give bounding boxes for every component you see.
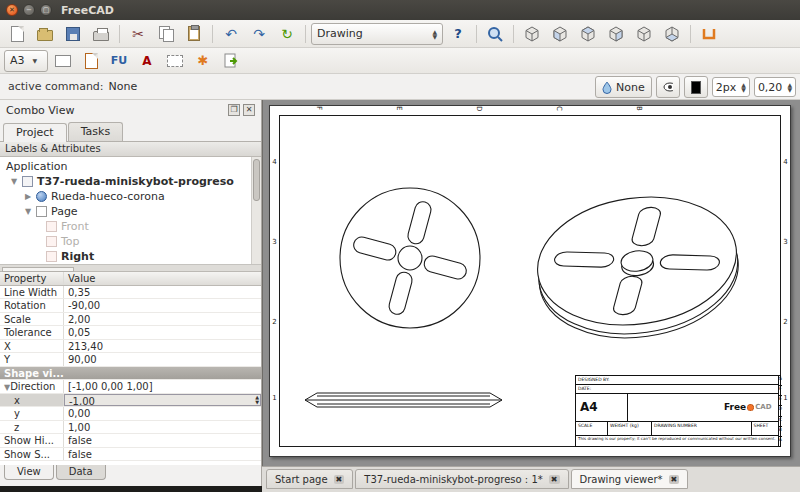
toolbar-separator [305,25,306,43]
line-color-button[interactable] [684,76,708,98]
paste-button[interactable] [181,22,207,46]
property-row[interactable]: Tolerance0,05 [0,326,261,340]
panel-splitter[interactable] [0,265,261,272]
property-row[interactable]: X213,40 [0,340,261,354]
property-row[interactable]: Line Width0,35 [0,286,261,300]
fill-none-button[interactable]: None [595,76,652,98]
new-document-button[interactable] [4,22,30,46]
close-panel-button[interactable]: ✕ [243,104,255,116]
insert-view-button[interactable]: FU [106,49,132,73]
window-minimize-button[interactable]: − [23,4,35,16]
tree-item-top[interactable]: Top [0,234,249,249]
tree-scrollbar[interactable] [251,157,261,264]
spinner-arrows-icon[interactable]: ▲▼ [255,395,259,406]
property-row[interactable]: y0,00 [0,407,261,421]
view-icon [46,236,57,247]
annotation-icon: A [142,54,151,68]
new-drawing-page-button[interactable] [50,49,76,73]
line-width-selector[interactable]: 2px ▲▼ [712,77,750,97]
property-row[interactable]: Rotation-90,00 [0,299,261,313]
point-size-spinbox[interactable]: 0,20 ▲▼ [754,77,796,97]
whats-this-button[interactable]: ? [445,22,471,46]
view-icon [46,221,57,232]
float-panel-button[interactable]: ❐ [228,104,240,116]
top-view-button[interactable] [575,22,601,46]
print-button[interactable] [88,22,114,46]
open-svg-button[interactable] [78,49,104,73]
eye-icon [663,82,673,92]
redo-button[interactable]: ↷ [246,22,272,46]
tree-item-rueda[interactable]: ▶ Rueda-hueco-corona [0,189,249,204]
window-maximize-button[interactable]: ▢ [40,4,52,16]
annotation-button[interactable]: A [134,49,160,73]
landscape-page-icon [55,55,71,67]
tab-project[interactable]: Project [3,123,67,142]
measure-button[interactable] [696,22,722,46]
undo-icon: ↶ [225,27,237,41]
tree-item-page[interactable]: ▼ Page [0,204,249,219]
close-tab-icon[interactable]: ✖ [669,475,680,484]
line-width-value: 2px [716,81,737,94]
page-format-label: A4 [576,394,628,421]
tree-item-document[interactable]: ▼ T37-rueda-miniskybot-progreso [0,174,249,189]
save-button[interactable] [60,22,86,46]
fit-all-button[interactable] [482,22,508,46]
combo-view-tabs: Project Tasks [0,120,261,142]
expand-arrow-icon[interactable]: ▼ [10,177,18,186]
close-tab-icon[interactable]: ✖ [549,475,560,484]
tab-drawing-viewer[interactable]: Drawing viewer* ✖ [571,469,689,489]
property-row[interactable]: z1,00 [0,421,261,435]
page-format-selector[interactable]: A3 ▼ [4,50,48,72]
bottom-view-cube-icon [664,26,680,42]
spinner-arrows-icon: ▲▼ [787,82,792,92]
front-view-cube-icon [552,26,568,42]
bottom-view-button[interactable] [659,22,685,46]
drawing-page: F E D C B 4 3 2 1 4 3 2 1 [269,105,791,457]
tab-view[interactable]: View [4,465,54,480]
top-view-cube-icon [580,26,596,42]
main-toolbar: ✂ ↶ ↷ ↻ Drawing ▲▼ ? [0,20,800,48]
print-icon [93,31,109,41]
expand-arrow-icon[interactable]: ▼ [24,207,32,216]
axonometric-view-button[interactable] [519,22,545,46]
property-row[interactable]: Scale2,00 [0,313,261,327]
tree-item-right[interactable]: Right [0,249,249,264]
property-row-x-editing[interactable]: x -1,00 ▲▼ [0,394,261,408]
copy-icon [159,26,173,41]
whats-this-icon: ? [454,26,462,41]
tab-tasks[interactable]: Tasks [68,122,123,141]
draft-view-button[interactable]: ✱ [190,49,216,73]
magnifier-icon [487,26,503,42]
visibility-button[interactable] [656,76,680,98]
tab-document[interactable]: T37-rueda-miniskybot-progreso : 1* ✖ [355,469,568,489]
cut-button[interactable]: ✂ [125,22,151,46]
property-row-direction[interactable]: ▼Direction [-1,00 0,00 1,00] [0,380,261,394]
front-view-button[interactable] [547,22,573,46]
property-row[interactable]: Show Hi...false [0,434,261,448]
property-group-shape-view[interactable]: Shape vi... [0,367,261,381]
collapse-arrow-icon[interactable]: ▶ [24,192,32,201]
tree-item-front[interactable]: Front [0,219,249,234]
window-close-button[interactable]: ✕ [6,4,18,16]
workbench-selector[interactable]: Drawing ▲▼ [311,23,443,45]
drawing-toolbar: A3 ▼ FU A ✱ [0,48,800,74]
symbol-icon: ✱ [198,53,209,68]
tree-item-application[interactable]: Application [0,159,249,174]
right-view-button[interactable] [603,22,629,46]
title-block-designed-by: DESIGNED BY: [576,376,778,385]
property-row[interactable]: Y90,00 [0,353,261,367]
export-page-button[interactable] [218,49,244,73]
window-titlebar: ✕ − ▢ FreeCAD [0,0,800,20]
combo-arrow-icon: ▼ [33,58,38,63]
rear-view-button[interactable] [631,22,657,46]
clip-group-button[interactable] [162,49,188,73]
refresh-button[interactable]: ↻ [274,22,300,46]
tab-data[interactable]: Data [56,465,106,480]
undo-button[interactable]: ↶ [218,22,244,46]
copy-button[interactable] [153,22,179,46]
drawing-viewport[interactable]: F E D C B 4 3 2 1 4 3 2 1 [262,100,800,466]
tab-start-page[interactable]: Start page ✖ [266,469,353,489]
close-tab-icon[interactable]: ✖ [334,475,345,484]
property-row[interactable]: Show S...false [0,448,261,462]
open-document-button[interactable] [32,22,58,46]
